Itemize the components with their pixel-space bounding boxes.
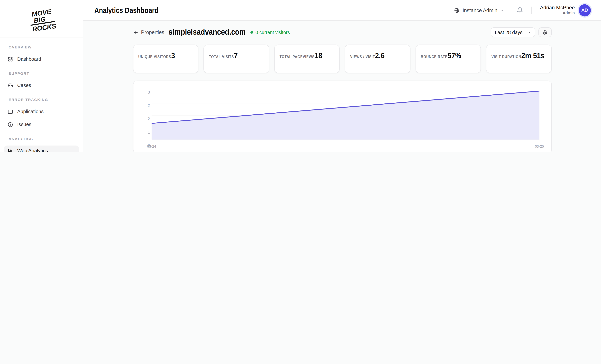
sidebar-item-label: Cases <box>17 82 31 88</box>
stat-value: 3 <box>171 51 175 61</box>
visitors-chart-card: 3221003-2403-25 <box>133 81 551 152</box>
sidebar-item-label: Dashboard <box>17 56 41 62</box>
globe-icon <box>454 8 460 13</box>
header-right: Instance Admin Adrian McPhee Admin AD <box>454 4 591 16</box>
avatar[interactable]: AD <box>579 4 591 16</box>
user-block: Adrian McPhee Admin <box>540 5 575 16</box>
stat-label: VIEWS / VISIT <box>350 54 375 59</box>
x-tick-label: 03-25 <box>535 144 544 148</box>
visitors-area-chart: 3221003-2403-25 <box>133 81 551 152</box>
stat-card: VISIT DURATION2m 51s <box>486 45 551 73</box>
sidebar-item-label: Issues <box>17 121 31 127</box>
live-dot <box>250 31 253 34</box>
stat-label: VISIT DURATION <box>491 54 521 59</box>
stat-value: 18 <box>315 51 322 61</box>
stat-value: 57% <box>448 51 461 61</box>
stat-card: BOUNCE RATE57% <box>415 45 481 73</box>
stat-card: UNIQUE VISITORS3 <box>133 45 198 73</box>
logo[interactable]: MOVE BIG ROCKS <box>0 0 83 38</box>
alert-circle-icon <box>8 122 13 127</box>
sidebar: MOVE BIG ROCKS OVERVIEWDashboardSUPPORTC… <box>0 0 83 152</box>
breadcrumb[interactable]: Properties <box>141 29 164 35</box>
page-head: Properties simpleisadvanced.com 0 curren… <box>133 27 551 37</box>
stat-label: UNIQUE VISITORS <box>138 54 171 59</box>
nav-section-label: OVERVIEW <box>9 45 74 50</box>
y-tick-label: 2 <box>148 117 150 121</box>
chevron-down-icon <box>527 30 531 34</box>
inbox-icon <box>8 83 13 88</box>
chevron-down-icon <box>501 8 504 12</box>
sidebar-item-applications[interactable]: Applications <box>4 106 79 117</box>
domain-title: simpleisadvanced.com <box>169 28 246 37</box>
sidebar-item-dashboard[interactable]: Dashboard <box>4 54 79 64</box>
nav-section-label: ANALYTICS <box>9 137 74 141</box>
current-visitors: 0 current visitors <box>255 30 290 35</box>
sidebar-item-cases[interactable]: Cases <box>4 80 79 90</box>
settings-button[interactable] <box>538 27 551 37</box>
y-tick-label: 2 <box>148 103 150 108</box>
sidebar-item-web-analytics[interactable]: Web Analytics <box>4 145 79 152</box>
y-tick-label: 3 <box>148 90 150 94</box>
y-tick-label: 1 <box>148 130 150 134</box>
header-divider <box>531 6 532 14</box>
x-tick-label: 03-24 <box>147 144 156 148</box>
gear-icon <box>542 30 547 35</box>
sidebar-item-issues[interactable]: Issues <box>4 119 79 130</box>
sidebar-item-label: Applications <box>17 109 43 114</box>
dashboard-icon <box>8 56 13 61</box>
user-role: Admin <box>540 11 575 16</box>
date-range-select[interactable]: Last 28 days <box>491 27 535 37</box>
date-range-value: Last 28 days <box>495 30 522 35</box>
stat-cards: UNIQUE VISITORS3TOTAL VISITS7TOTAL PAGEV… <box>133 45 551 73</box>
stat-card: TOTAL VISITS7 <box>203 45 269 73</box>
sidebar-item-label: Web Analytics <box>17 148 48 152</box>
main-area: Analytics Dashboard Instance Admin Adria… <box>83 0 601 152</box>
user-name: Adrian McPhee <box>540 5 575 11</box>
sidebar-nav: OVERVIEWDashboardSUPPORTCasesERROR TRACK… <box>0 45 83 152</box>
stat-value: 2m 51s <box>521 51 544 61</box>
back-arrow-icon[interactable] <box>133 30 138 35</box>
content: Properties simpleisadvanced.com 0 curren… <box>83 21 601 152</box>
stat-label: TOTAL PAGEVIEWS <box>280 54 315 59</box>
stat-label: TOTAL VISITS <box>209 54 234 59</box>
bell-icon[interactable] <box>517 7 523 14</box>
stat-label: BOUNCE RATE <box>421 54 448 59</box>
app-root: MOVE BIG ROCKS OVERVIEWDashboardSUPPORTC… <box>0 0 601 152</box>
page-title: Analytics Dashboard <box>94 6 159 15</box>
stat-card: VIEWS / VISIT2.6 <box>345 45 410 73</box>
role-switcher[interactable]: Instance Admin <box>454 7 504 13</box>
nav-section-label: SUPPORT <box>9 71 74 76</box>
move-big-rocks-logo: MOVE BIG ROCKS <box>0 0 83 38</box>
stat-card: TOTAL PAGEVIEWS18 <box>274 45 340 73</box>
role-switcher-label: Instance Admin <box>462 7 497 13</box>
bar-chart-icon <box>8 148 13 152</box>
app-window-icon <box>8 109 13 114</box>
header: Analytics Dashboard Instance Admin Adria… <box>83 0 601 21</box>
nav-section-label: ERROR TRACKING <box>9 97 74 102</box>
stat-value: 7 <box>234 51 238 61</box>
stat-value: 2.6 <box>375 51 385 61</box>
